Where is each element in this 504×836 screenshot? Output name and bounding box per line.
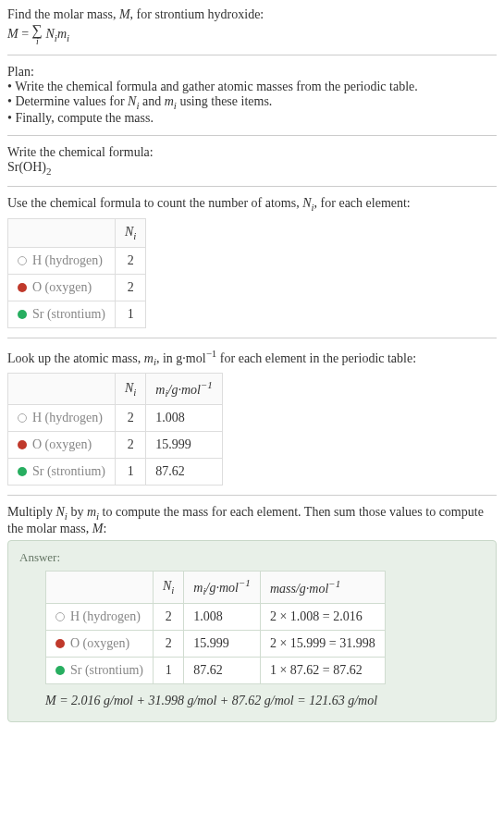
table-header-blank [46, 572, 154, 603]
element-dot-icon [18, 413, 27, 423]
mass-value: 1 × 87.62 = 87.62 [260, 657, 385, 683]
step-d-M: M [92, 522, 104, 535]
element-dot-icon [18, 283, 27, 292]
step-c-m: m [144, 350, 154, 364]
element-cell: O (oxygen) [8, 432, 116, 459]
formula-main: Sr(OH) [7, 160, 46, 174]
table-row: H (hydrogen) 2 1.008 2 × 1.008 = 2.016 [46, 603, 386, 630]
m-value: 15.999 [146, 432, 223, 459]
intro-var-M: M [119, 7, 130, 21]
m-value: 15.999 [184, 630, 261, 657]
divider [7, 135, 497, 136]
plan2-m: m [165, 94, 174, 108]
table-header-blank [8, 218, 116, 247]
table-answer: Ni mi/g·mol−1 mass/g·mol−1 H (hydrogen) … [45, 571, 386, 683]
element-label: Sr (strontium) [70, 663, 143, 678]
table-header-m: mi/g·mol−1 [146, 374, 223, 405]
step-d-N: N [56, 505, 65, 519]
element-cell: Sr (strontium) [8, 459, 116, 486]
element-cell: Sr (strontium) [8, 301, 116, 327]
table-row: O (oxygen) 2 15.999 2 × 15.999 = 31.998 [46, 630, 386, 657]
element-dot-icon [18, 467, 27, 476]
plan-item-3: Finally, compute the mass. [7, 111, 497, 126]
m-value: 87.62 [146, 459, 223, 486]
eq-N: N [45, 27, 54, 41]
table-header-m: mi/g·mol−1 [184, 572, 261, 603]
element-label: H (hydrogen) [32, 411, 103, 425]
element-cell: O (oxygen) [8, 274, 116, 301]
n-value: 1 [115, 459, 145, 486]
step-d-by: by [68, 505, 87, 519]
eq-M: M [7, 27, 18, 41]
step-c-exp: −1 [206, 348, 217, 359]
element-label: Sr (strontium) [32, 464, 105, 479]
n-value: 2 [115, 432, 145, 459]
sigma-under: i [32, 37, 43, 45]
plan-title: Plan: [7, 65, 497, 80]
table-row: O (oxygen) 2 15.999 [8, 432, 223, 459]
final-M: M [45, 694, 56, 707]
table-header-N: Ni [115, 374, 145, 405]
final-eq: = 2.016 g/mol + 31.998 g/mol + 87.62 g/m… [56, 694, 377, 707]
element-cell: O (oxygen) [46, 630, 154, 657]
n-value: 1 [153, 657, 183, 683]
formula-sub: 2 [46, 166, 52, 177]
chemical-formula: Sr(OH)2 [7, 160, 497, 177]
eq-m: m [57, 27, 67, 41]
step-c-mid: , in g·mol [156, 350, 206, 364]
table-header-mass: mass/g·mol−1 [260, 572, 385, 603]
step-a-title: Write the chemical formula: [7, 145, 497, 160]
step-d-m: m [87, 505, 96, 519]
table-row: Ni mi/g·mol−1 mass/g·mol−1 [46, 572, 386, 603]
answer-label: Answer: [19, 550, 485, 565]
table-header-N: Ni [115, 218, 145, 247]
element-dot-icon [55, 612, 65, 621]
table-atomic-mass: Ni mi/g·mol−1 H (hydrogen) 2 1.008 O (ox… [7, 373, 223, 486]
eq-equals: = [21, 27, 31, 41]
eq-sigma: ∑ i [32, 24, 43, 45]
table-row: H (hydrogen) 2 1.008 [8, 405, 223, 432]
element-cell: H (hydrogen) [46, 603, 154, 630]
intro-text-post: , for strontium hydroxide: [130, 7, 264, 21]
table-atom-count: Ni H (hydrogen) 2 O (oxygen) 2 Sr (stron… [7, 218, 146, 328]
table-header-blank [8, 374, 116, 405]
plan-item-2: Determine values for Ni and mi using the… [7, 94, 497, 111]
divider [7, 495, 497, 496]
step-c-pre: Look up the atomic mass, [7, 350, 144, 364]
intro-section: Find the molar mass, M, for strontium hy… [7, 7, 497, 45]
element-label: O (oxygen) [70, 636, 129, 651]
step-d-pre: Multiply [7, 505, 56, 519]
mass-value: 2 × 15.999 = 31.998 [260, 630, 385, 657]
plan2-post: using these items. [177, 94, 272, 108]
element-dot-icon [55, 639, 65, 648]
element-label: Sr (strontium) [32, 307, 105, 322]
element-label: O (oxygen) [32, 280, 92, 295]
eq-mi: i [67, 32, 69, 43]
m-value: 1.008 [146, 405, 223, 432]
step-d-section: Multiply Ni by mi to compute the mass fo… [7, 505, 497, 536]
element-cell: H (hydrogen) [8, 247, 116, 274]
table-row: Ni [8, 218, 146, 247]
m-value: 1.008 [184, 603, 261, 630]
n-value: 2 [153, 603, 183, 630]
step-c-section: Look up the atomic mass, mi, in g·mol−1 … [7, 348, 497, 367]
n-value: 2 [115, 405, 145, 432]
table-row: Sr (strontium) 1 [8, 301, 146, 327]
intro-equation: M = ∑ i Nimi [7, 24, 497, 45]
step-c-post: for each element in the periodic table: [216, 350, 416, 364]
n-value: 2 [115, 247, 145, 274]
table-row: Sr (strontium) 1 87.62 [8, 459, 223, 486]
step-d-post: : [103, 522, 106, 535]
sigma-symbol: ∑ [32, 24, 43, 37]
n-value: 1 [115, 301, 145, 327]
element-dot-icon [18, 256, 27, 265]
element-dot-icon [18, 310, 27, 319]
answer-final-equation: M = 2.016 g/mol + 31.998 g/mol + 87.62 g… [45, 694, 485, 708]
plan-item-1: Write the chemical formula and gather at… [7, 80, 497, 94]
plan2-mid: and [140, 94, 165, 108]
plan2-pre: Determine values for [15, 94, 128, 108]
table-row: Ni mi/g·mol−1 [8, 374, 223, 405]
intro-text-pre: Find the molar mass, [7, 7, 119, 21]
element-dot-icon [18, 440, 27, 449]
step-b-pre: Use the chemical formula to count the nu… [7, 196, 302, 210]
